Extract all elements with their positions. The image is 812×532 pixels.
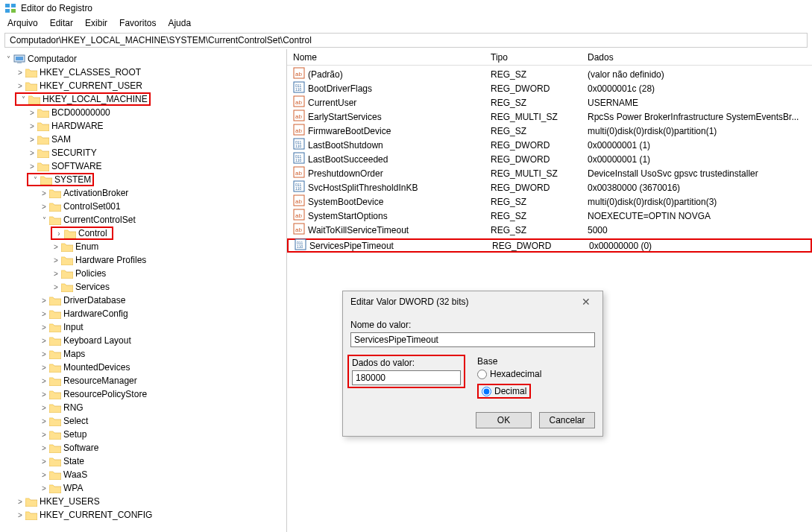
tree-ccs[interactable]: ˅CurrentControlSet (0, 213, 286, 227)
tree-item[interactable]: >SAM (0, 133, 286, 146)
tree-item[interactable]: >Policies (0, 267, 286, 280)
tree-item[interactable]: >Select (0, 414, 286, 428)
tree-root[interactable]: ˅Computador (0, 52, 286, 66)
expand-icon[interactable]: > (27, 109, 37, 117)
menu-edit[interactable]: Editar (50, 18, 73, 30)
expand-icon[interactable]: > (15, 511, 25, 519)
radio-dec[interactable] (482, 387, 491, 396)
cancel-button[interactable]: Cancelar (539, 412, 595, 428)
tree-item[interactable]: >Maps (0, 347, 286, 361)
registry-value-row[interactable]: 011110LastBootShutdownREG_DWORD0x0000000… (287, 138, 812, 152)
tree-system[interactable]: ˅SYSTEM (0, 173, 286, 186)
registry-value-row[interactable]: 011110LastBootSucceededREG_DWORD0x000000… (287, 152, 812, 166)
close-icon[interactable]: ✕ (577, 296, 595, 308)
tree-item[interactable]: >Hardware Profiles (0, 253, 286, 267)
value-data-field[interactable] (352, 370, 461, 385)
col-header-data[interactable]: Dados (582, 52, 812, 63)
expand-icon[interactable]: > (15, 498, 25, 506)
expand-icon[interactable]: > (51, 270, 61, 278)
tree-item[interactable]: >Software (0, 441, 286, 455)
expand-icon[interactable]: > (15, 82, 25, 90)
tree-hklm[interactable]: ˅HKEY_LOCAL_MACHINE (0, 92, 286, 106)
expand-icon[interactable]: ˅ (18, 95, 28, 104)
menu-favorites[interactable]: Favoritos (119, 18, 156, 30)
registry-value-row[interactable]: 011110BootDriverFlagsREG_DWORD0x0000001c… (287, 81, 812, 95)
tree-item[interactable]: >WaaS (0, 468, 286, 481)
expand-icon[interactable]: > (51, 243, 61, 251)
expand-icon[interactable]: > (39, 310, 49, 318)
tree-item[interactable]: >HARDWARE (0, 119, 286, 133)
expand-icon[interactable]: > (27, 136, 37, 144)
expand-icon[interactable]: ˅ (30, 176, 40, 184)
tree-item[interactable]: >Services (0, 280, 286, 294)
registry-value-row[interactable]: ab(Padrão)REG_SZ(valor não definido) (287, 67, 812, 81)
expand-icon[interactable]: ˅ (3, 55, 13, 63)
expand-icon[interactable]: > (39, 364, 49, 372)
registry-value-row[interactable]: 011110ServicesPipeTimeoutREG_DWORD0x0000… (287, 238, 812, 253)
tree-item[interactable]: >SOFTWARE (0, 159, 286, 173)
tree-item[interactable]: >WPA (0, 481, 286, 495)
registry-value-row[interactable]: abWaitToKillServiceTimeoutREG_SZ5000 (287, 223, 812, 237)
expand-icon[interactable]: > (39, 484, 49, 493)
registry-value-row[interactable]: abFirmwareBootDeviceREG_SZmulti(0)disk(0… (287, 124, 812, 138)
menu-file[interactable]: Arquivo (7, 18, 38, 30)
tree-item[interactable]: >BCD00000000 (0, 106, 286, 119)
tree-hkcr[interactable]: >HKEY_CLASSES_ROOT (0, 66, 286, 79)
tree-panel[interactable]: ˅Computador>HKEY_CLASSES_ROOT>HKEY_CURRE… (0, 49, 287, 532)
tree-item[interactable]: >DriverDatabase (0, 294, 286, 307)
col-header-type[interactable]: Tipo (485, 52, 582, 63)
registry-value-row[interactable]: abPreshutdownOrderREG_MULTI_SZDeviceInst… (287, 166, 812, 180)
expand-icon[interactable]: > (51, 256, 61, 265)
tree-item[interactable]: >ResourcePolicyStore (0, 387, 286, 401)
expand-icon[interactable]: > (39, 431, 49, 439)
expand-icon[interactable]: > (39, 444, 49, 452)
expand-icon[interactable]: > (39, 404, 49, 412)
registry-value-row[interactable]: abSystemStartOptionsREG_SZ NOEXECUTE=OPT… (287, 209, 812, 223)
registry-value-row[interactable]: abEarlyStartServicesREG_MULTI_SZRpcSs Po… (287, 110, 812, 124)
expand-icon[interactable]: ˅ (39, 216, 49, 224)
tree-hku[interactable]: >HKEY_USERS (0, 495, 286, 508)
tree-item[interactable]: >ActivationBroker (0, 186, 286, 200)
tree-item[interactable]: >Setup (0, 428, 286, 441)
tree-item[interactable]: >State (0, 455, 286, 468)
expand-icon[interactable]: > (27, 162, 37, 171)
tree-item[interactable]: >ResourceManager (0, 374, 286, 387)
radio-hex[interactable] (477, 370, 487, 379)
expand-icon[interactable]: > (39, 390, 49, 399)
radio-hex-row[interactable]: Hexadecimal (477, 369, 595, 379)
expand-icon[interactable]: > (39, 457, 49, 466)
expand-icon[interactable]: > (39, 417, 49, 425)
menu-view[interactable]: Exibir (85, 18, 107, 30)
address-bar[interactable]: Computador\HKEY_LOCAL_MACHINE\SYSTEM\Cur… (4, 33, 808, 48)
tree-item[interactable]: >Keyboard Layout (0, 334, 286, 347)
expand-icon[interactable]: › (54, 229, 64, 238)
expand-icon[interactable]: > (51, 283, 61, 291)
tree-item[interactable]: >RNG (0, 401, 286, 414)
expand-icon[interactable]: > (39, 189, 49, 197)
expand-icon[interactable]: > (39, 297, 49, 305)
ok-button[interactable]: OK (476, 412, 532, 428)
registry-value-row[interactable]: 011110SvcHostSplitThresholdInKBREG_DWORD… (287, 180, 812, 194)
expand-icon[interactable]: > (39, 203, 49, 211)
registry-value-row[interactable]: abCurrentUserREG_SZUSERNAME (287, 95, 812, 110)
tree-item[interactable]: >Enum (0, 240, 286, 253)
tree-control[interactable]: ›Control (0, 227, 286, 240)
tree-item[interactable]: >MountedDevices (0, 361, 286, 374)
expand-icon[interactable]: > (15, 69, 25, 77)
tree-item[interactable]: >HardwareConfig (0, 307, 286, 320)
tree-item[interactable]: >Input (0, 320, 286, 334)
expand-icon[interactable]: > (27, 122, 37, 130)
registry-value-row[interactable]: abSystemBootDeviceREG_SZmulti(0)disk(0)r… (287, 194, 812, 209)
col-header-name[interactable]: Nome (287, 52, 485, 63)
menu-help[interactable]: Ajuda (168, 18, 191, 30)
expand-icon[interactable]: > (39, 337, 49, 345)
expand-icon[interactable]: > (39, 323, 49, 332)
value-name-field[interactable] (350, 332, 595, 347)
expand-icon[interactable]: > (39, 471, 49, 479)
expand-icon[interactable]: > (39, 377, 49, 385)
radio-dec-row[interactable]: Decimal (482, 386, 526, 396)
tree-item[interactable]: >ControlSet001 (0, 200, 286, 213)
expand-icon[interactable]: > (27, 149, 37, 157)
tree-hkcu[interactable]: >HKEY_CURRENT_USER (0, 79, 286, 92)
tree-hkcc[interactable]: >HKEY_CURRENT_CONFIG (0, 508, 286, 522)
